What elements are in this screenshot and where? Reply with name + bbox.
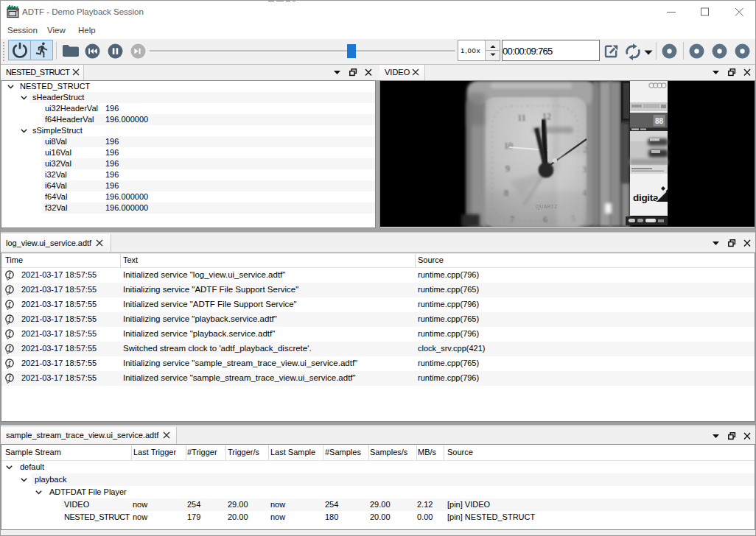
svg-text:88: 88: [655, 117, 664, 125]
svg-text:9: 9: [505, 163, 510, 174]
svg-text:11: 11: [517, 113, 526, 123]
svg-text:digita: digita: [633, 192, 659, 203]
svg-text:2: 2: [583, 144, 587, 155]
svg-text:10: 10: [504, 141, 513, 151]
